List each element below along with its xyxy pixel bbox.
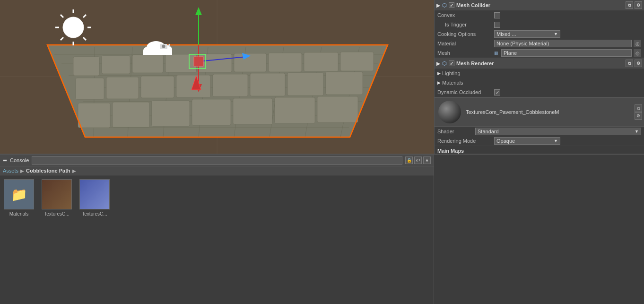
mesh-renderer-icon: ⬡ [442, 61, 447, 67]
svg-rect-37 [113, 102, 149, 127]
texturesc-brown-label: TexturesC... [44, 211, 69, 217]
inspector-panel: ▶ ⬡ Mesh Collider ⧉ ⚙ Convex Is Trigger [434, 0, 644, 154]
svg-rect-34 [287, 73, 323, 96]
list-item[interactable]: TexturesC... [79, 179, 110, 217]
mesh-collider-checkbox[interactable] [449, 2, 454, 8]
material-row: Material None (Physic Material) ◎ [435, 39, 644, 48]
cooking-options-row: Cooking Options Mixed ... ▼ [435, 29, 644, 39]
svg-rect-21 [132, 55, 163, 73]
material-header: TexturesCom_Pavement_CobblestoneM ⧉ ⚙ [435, 97, 644, 127]
lighting-expand-icon[interactable]: ▶ [437, 71, 441, 76]
svg-rect-27 [340, 52, 374, 71]
list-item[interactable]: 📁 Materials [4, 179, 34, 217]
console-tag-btn[interactable]: 🏷 [414, 156, 422, 164]
svg-rect-30 [141, 76, 174, 98]
rendering-mode-row: Rendering Mode Opaque ▼ [435, 136, 644, 146]
svg-rect-32 [213, 74, 248, 96]
list-item[interactable]: TexturesC... [42, 179, 72, 217]
mesh-collider-copy-btn[interactable]: ⧉ [626, 1, 633, 9]
mesh-label: Mesh [437, 50, 494, 56]
mesh-renderer-title: Mesh Renderer [456, 61, 494, 66]
material-select-btn[interactable]: ◎ [634, 40, 641, 47]
cooking-options-arrow: ▼ [554, 32, 558, 36]
texturesc-brown-thumb [42, 179, 72, 209]
convex-row: Convex [435, 10, 644, 20]
materials-folder-thumb: 📁 [4, 179, 34, 209]
texturesc-blue-thumb [79, 179, 110, 209]
mesh-renderer-copy-btn[interactable]: ⧉ [626, 60, 633, 67]
material-copy-btn[interactable]: ⧉ [635, 104, 642, 112]
rendering-mode-label: Rendering Mode [437, 138, 494, 144]
mesh-renderer-expand-icon[interactable]: ▶ [436, 61, 440, 66]
dynamic-occluded-checkbox[interactable] [494, 89, 500, 96]
texturesc-blue-label: TexturesC... [82, 211, 107, 217]
cooking-options-dropdown[interactable]: Mixed ... ▼ [494, 30, 560, 38]
console-star-btn[interactable]: ★ [423, 156, 431, 164]
console-panel: ☰ Console 🔒 🏷 ★ Assets ▶ Cobblestone Pat… [0, 155, 434, 304]
mesh-field[interactable]: Plane [501, 49, 632, 57]
main-maps-header: Main Maps [435, 146, 644, 154]
lighting-row: ▶ Lighting [435, 69, 644, 78]
dynamic-occluded-label: Dynamic Occluded [437, 89, 494, 95]
shader-label: Shader [437, 129, 475, 134]
assets-content: 📁 Materials TexturesC... TexturesC... [0, 175, 434, 220]
convex-checkbox[interactable] [494, 12, 500, 18]
is-trigger-row: Is Trigger [435, 20, 644, 29]
materials-expand-icon[interactable]: ▶ [437, 80, 441, 85]
inspector-bottom-continuation [434, 155, 644, 304]
svg-rect-19 [73, 57, 99, 76]
material-field[interactable]: None (Physic Material) [494, 40, 632, 47]
mesh-collider-expand-icon[interactable]: ▶ [436, 3, 440, 8]
assets-root-label[interactable]: Assets [3, 168, 18, 174]
material-label: Material [437, 41, 494, 46]
shader-row: Shader Standard ▼ [435, 127, 644, 136]
svg-point-62 [67, 21, 79, 34]
svg-rect-22 [165, 54, 196, 72]
materials-row: ▶ Materials [435, 78, 644, 87]
mesh-select-btn[interactable]: ◎ [634, 49, 641, 57]
cobblestone-path-label[interactable]: Cobblestone Path [26, 168, 70, 174]
console-header-bar: ☰ Console 🔒 🏷 ★ [0, 155, 434, 166]
svg-rect-51 [194, 57, 203, 66]
svg-rect-40 [233, 98, 272, 124]
dynamic-occluded-row: Dynamic Occluded [435, 87, 644, 97]
svg-rect-25 [269, 53, 302, 72]
mesh-collider-header: ▶ ⬡ Mesh Collider ⧉ ⚙ [435, 0, 644, 10]
svg-rect-39 [192, 99, 231, 125]
convex-label: Convex [437, 12, 494, 18]
rendering-mode-dropdown[interactable]: Opaque ▼ [494, 137, 560, 145]
material-section: TexturesCom_Pavement_CobblestoneM ⧉ ⚙ Sh… [435, 97, 644, 154]
shader-arrow-icon: ▼ [635, 129, 639, 134]
svg-rect-42 [317, 96, 358, 122]
material-name: TexturesCom_Pavement_CobblestoneM [466, 109, 635, 115]
mesh-renderer-settings-btn[interactable]: ⚙ [635, 60, 642, 67]
mesh-renderer-header: ▶ ⬡ Mesh Renderer ⧉ ⚙ [435, 58, 644, 69]
mesh-collider-title: Mesh Collider [456, 2, 490, 8]
is-trigger-checkbox[interactable] [494, 22, 500, 28]
materials-label: Materials [442, 80, 499, 86]
cooking-options-label: Cooking Options [437, 31, 494, 37]
shader-dropdown[interactable]: Standard ▼ [475, 128, 641, 135]
rendering-mode-arrow-icon: ▼ [554, 139, 558, 143]
svg-rect-28 [76, 78, 104, 99]
material-settings-btn[interactable]: ⚙ [635, 112, 642, 120]
bottom-area: ☰ Console 🔒 🏷 ★ Assets ▶ Cobblestone Pat… [0, 154, 644, 304]
material-preview-ball [438, 101, 461, 123]
mesh-renderer-section: ▶ ⬡ Mesh Renderer ⧉ ⚙ ▶ Lighting ▶ Mater… [435, 58, 644, 97]
mesh-renderer-checkbox[interactable] [449, 61, 454, 66]
mesh-thumb-icon: ▦ [494, 51, 498, 55]
svg-rect-24 [234, 53, 266, 72]
svg-rect-33 [250, 73, 285, 96]
breadcrumb-end-arrow-icon: ▶ [72, 168, 76, 174]
svg-rect-20 [102, 56, 130, 74]
console-lock-btn[interactable]: 🔒 [405, 156, 413, 164]
svg-point-69 [162, 45, 165, 48]
mesh-collider-settings-btn[interactable]: ⚙ [635, 1, 642, 9]
svg-rect-29 [106, 77, 139, 99]
svg-rect-26 [304, 52, 338, 71]
svg-rect-35 [326, 72, 363, 95]
svg-rect-66 [143, 51, 172, 55]
console-search-input[interactable] [32, 156, 402, 165]
viewport-3d[interactable] [0, 0, 434, 154]
lighting-label: Lighting [442, 70, 499, 76]
